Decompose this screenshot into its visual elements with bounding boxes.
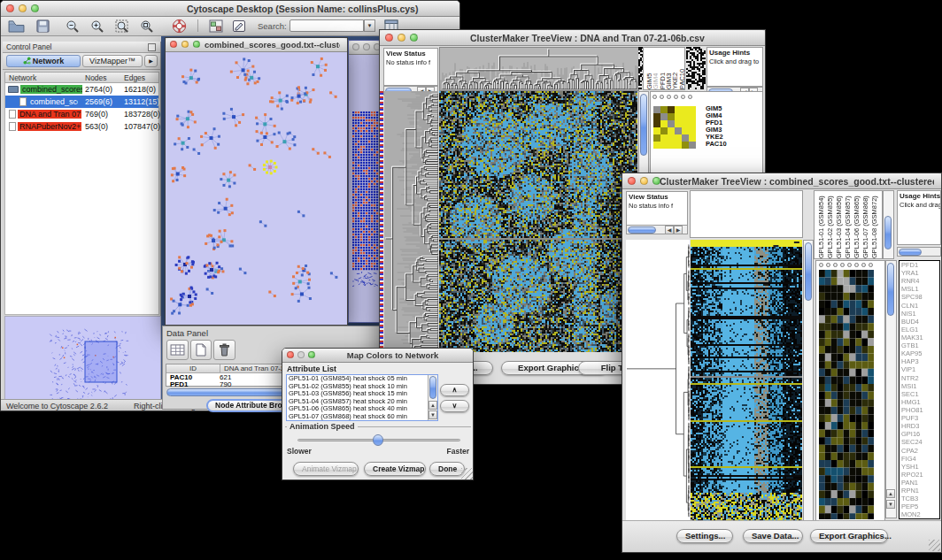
save-session-button[interactable] [33,19,52,34]
bg-network-canvas[interactable] [349,55,379,322]
circle-icon[interactable] [847,263,852,267]
close-button[interactable] [287,351,294,358]
attribute-item[interactable]: GPL51-06 (GSM865) heat shock 40 min [287,405,437,413]
network-canvas[interactable] [166,52,347,325]
usage-hints-scrollbar[interactable] [897,247,941,257]
gene-list-item[interactable]: CLN1 [900,302,939,310]
attribute-item[interactable]: GPL51-01 (GSM854) heat shock 05 min [287,375,437,383]
list-v-scrollbar[interactable]: ▲ ▼ [428,375,437,420]
float-panel-icon[interactable] [148,43,156,51]
export-graphics-button[interactable]: Export Graphics... [810,529,888,543]
gene-list-item[interactable]: GPI16 [900,430,939,438]
close-button[interactable] [6,4,14,12]
gene-list-item[interactable]: SEC1 [900,390,939,398]
zoom-heatmap-canvas[interactable] [819,270,874,519]
done-button[interactable]: Done [429,462,465,476]
tab-network[interactable]: Network [6,55,81,67]
dialog-titlebar[interactable]: Map Colors to Network [282,349,473,363]
circle-icon[interactable] [660,95,664,99]
heatmap-canvas[interactable] [439,91,637,352]
treeview-dna-titlebar[interactable]: ClusterMaker TreeView : DNA and Tran 07-… [380,30,765,46]
row-dendrogram-canvas[interactable] [626,240,690,521]
circle-icon[interactable] [833,263,838,267]
create-vizmap-button[interactable]: Create Vizmap [364,462,426,476]
attribute-item[interactable]: GPL51-07 (GSM868) heat shock 60 min [287,413,437,421]
settings-button[interactable]: Settings... [676,529,733,543]
scroll-thumb[interactable] [884,216,892,249]
gene-list-item[interactable]: PFD1 [900,261,939,269]
move-up-button[interactable]: ∧ [440,384,469,396]
scroll-down-button[interactable]: ▼ [429,410,437,419]
minimize-button[interactable] [363,43,370,50]
attribute-item[interactable]: GPL51-04 (GSM857) heat shock 20 min [287,398,437,406]
treeview-scores-titlebar[interactable]: ClusterMaker TreeView : combined_scores_… [622,173,941,189]
scroll-thumb[interactable] [640,94,647,156]
scroll-thumb[interactable] [887,263,894,316]
zoom-selected-button[interactable] [112,19,132,34]
scroll-thumb[interactable] [628,226,656,234]
search-dropdown-button[interactable]: ▼ [364,19,375,32]
gene-list-item[interactable]: YSH1 [900,463,939,471]
gene-list-item[interactable]: PAN1 [900,479,939,487]
help-button[interactable] [169,19,189,34]
gene-list-item[interactable]: PHO81 [900,406,939,414]
gene-list-item[interactable]: MSL1 [900,285,939,293]
circle-icon[interactable] [869,263,873,267]
zoom-button[interactable] [31,4,39,12]
minimize-button[interactable] [181,41,189,48]
global-heatmap-canvas[interactable] [691,240,802,521]
attribute-item[interactable]: GPL51-03 (GSM856) heat shock 15 min [287,390,437,398]
circle-icon[interactable] [652,95,657,99]
gene-list-item[interactable]: GTB1 [900,341,939,349]
network-tree-row[interactable]: combined_sco 2569(6) 13112(15) [5,96,158,108]
network-tree-row[interactable]: combined_scores 2764(0) 16218(0) [5,83,158,96]
resize-grip[interactable] [461,468,473,479]
minimize-button[interactable] [297,351,305,358]
scroll-thumb[interactable] [429,376,436,399]
column-dendrogram-area[interactable] [690,190,803,238]
close-button[interactable] [385,34,393,42]
circle-icon[interactable] [819,263,823,267]
main-titlebar[interactable]: Cytoscape Desktop (Session Name: collins… [1,1,459,17]
col-edges[interactable]: Edges [124,73,145,83]
scroll-thumb[interactable] [899,249,922,256]
gene-list-item[interactable]: MON2 [900,510,939,518]
gene-list-item[interactable]: HRD3 [900,422,939,430]
network-view-titlebar[interactable]: combined_scores_good.txt--cluste... [166,38,347,52]
speed-slider-thumb[interactable] [373,434,383,446]
close-button[interactable] [628,177,636,185]
annotation-button[interactable] [229,19,249,34]
circle-icon[interactable] [688,95,692,99]
zoom-in-button[interactable] [88,19,107,34]
minimize-button[interactable] [398,34,405,42]
bg-network-titlebar[interactable] [349,41,379,55]
scroll-down-button[interactable]: ▼ [886,500,895,509]
circle-icon[interactable] [674,95,678,99]
scroll-right-button[interactable]: ▶ [674,226,683,234]
delete-attribute-button[interactable] [213,340,236,360]
gene-list-item[interactable]: SPC98 [900,293,939,301]
plugin-manager-button[interactable] [206,19,226,34]
scroll-left-button[interactable]: ◀ [665,226,674,234]
zoom-fit-button[interactable] [137,19,157,34]
view-status-scrollbar[interactable]: ◀▶ [626,225,688,234]
circle-icon[interactable] [681,95,685,99]
circle-icon[interactable] [667,95,671,99]
gene-list-item[interactable]: HAP3 [900,357,939,365]
gene-list-item[interactable]: HMG1 [900,398,939,406]
gene-list-item[interactable]: TCB3 [900,495,939,502]
resize-grip[interactable] [929,540,940,551]
gene-list-item[interactable]: NIS1 [900,310,939,318]
gene-list-item[interactable]: YRA1 [900,269,939,277]
create-attribute-button[interactable] [190,340,212,360]
gene-list-item[interactable]: PUF3 [900,414,939,422]
gene-list-item[interactable]: RNR4 [900,277,939,285]
zoom-button[interactable] [193,41,200,48]
gene-list-item[interactable]: KAP95 [900,349,939,357]
circle-icon[interactable] [861,263,866,267]
select-attributes-button[interactable] [166,340,189,360]
minimize-button[interactable] [19,4,27,12]
zoom-v-scrollbar[interactable]: ▲ ▼ [885,260,897,518]
animate-vizmap-button[interactable]: Animate Vizmap [293,462,359,476]
network-tree-row[interactable]: RNAPuberNov2+ 563(0) 107847(0) [5,120,158,133]
